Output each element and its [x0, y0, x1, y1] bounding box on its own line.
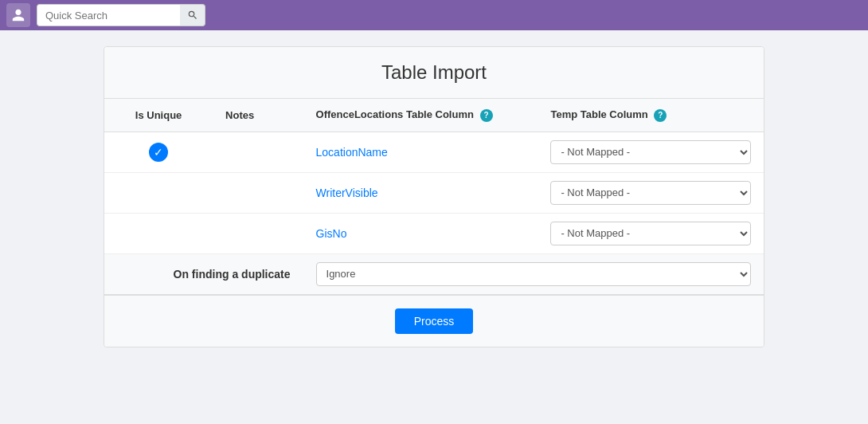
- header-temp-column: Temp Table Column ?: [538, 99, 764, 132]
- temp-select-2[interactable]: - Not Mapped - Mapped: [550, 181, 751, 205]
- notes-cell-2: [213, 172, 303, 213]
- column-link-1[interactable]: LocationName: [316, 146, 388, 159]
- unique-cell-2: [104, 172, 213, 213]
- header-is-unique: Is Unique: [104, 99, 213, 132]
- process-button[interactable]: Process: [395, 308, 474, 334]
- card-title: Table Import: [119, 61, 749, 84]
- offence-cell-1: LocationName: [303, 132, 538, 172]
- table-row: WriterVisible - Not Mapped - Mapped: [104, 172, 764, 213]
- notes-cell-1: [213, 132, 303, 172]
- duplicate-label: On finding a duplicate: [104, 253, 303, 294]
- column-link-3[interactable]: GisNo: [316, 227, 347, 240]
- offence-cell-2: WriterVisible: [303, 172, 538, 213]
- temp-cell-2: - Not Mapped - Mapped: [538, 172, 764, 213]
- main-content: Table Import Is Unique Notes OffenceLoca…: [0, 30, 868, 363]
- duplicate-row: On finding a duplicate Ignore Update Ski…: [104, 253, 764, 294]
- temp-cell-3: - Not Mapped - Mapped: [538, 213, 764, 253]
- offence-help-icon[interactable]: ?: [480, 109, 493, 122]
- notes-cell-3: [213, 213, 303, 253]
- duplicate-select[interactable]: Ignore Update Skip: [316, 262, 751, 286]
- column-link-2[interactable]: WriterVisible: [316, 186, 378, 199]
- topbar: [0, 0, 868, 30]
- header-offence-column: OffenceLocations Table Column ?: [303, 99, 538, 132]
- mapping-table: Is Unique Notes OffenceLocations Table C…: [104, 99, 764, 295]
- card-footer: Process: [104, 295, 764, 347]
- unique-cell-1: ✓: [104, 132, 213, 172]
- import-card: Table Import Is Unique Notes OffenceLoca…: [104, 46, 764, 347]
- search-input[interactable]: [37, 4, 180, 26]
- check-badge-1: ✓: [149, 143, 168, 162]
- temp-help-icon[interactable]: ?: [654, 109, 667, 122]
- search-button[interactable]: [180, 4, 205, 26]
- user-icon[interactable]: [6, 3, 30, 27]
- temp-select-3[interactable]: - Not Mapped - Mapped: [550, 222, 751, 245]
- temp-cell-1: - Not Mapped - Mapped: [538, 132, 764, 172]
- offence-cell-3: GisNo: [303, 213, 538, 253]
- table-row: ✓ LocationName - Not Mapped - Mapped: [104, 132, 764, 172]
- unique-cell-3: [104, 213, 213, 253]
- duplicate-select-cell: Ignore Update Skip: [303, 253, 764, 294]
- header-notes: Notes: [213, 99, 303, 132]
- card-header: Table Import: [104, 47, 764, 99]
- search-container: [37, 4, 205, 26]
- table-row: GisNo - Not Mapped - Mapped: [104, 213, 764, 253]
- temp-select-1[interactable]: - Not Mapped - Mapped: [550, 140, 751, 164]
